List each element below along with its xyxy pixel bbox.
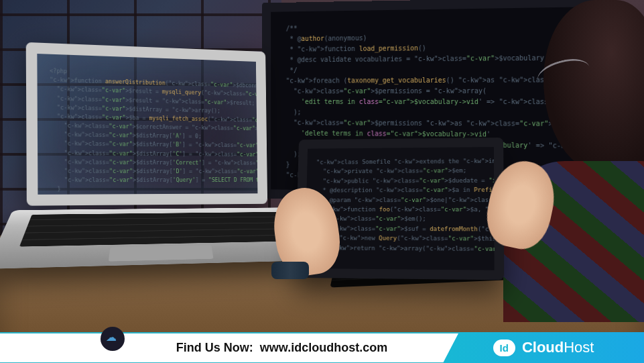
promo-banner: Find Us Now: www.idcloudhost.com Id Clou… [0,332,644,363]
laptop-trackpad [109,245,214,261]
laptop-screen: <?php"c-kw">function answerQistribution(… [26,42,267,206]
brand-name: CloudHost [522,339,594,356]
banner-brand[interactable]: Id CloudHost [443,332,644,363]
banner-left: Find Us Now: www.idcloudhost.com [0,332,459,363]
laptop-base [0,207,320,269]
website-url[interactable]: www.idcloudhost.com [260,341,387,355]
wrist-watch [271,262,309,279]
laptop: <?php"c-kw">function answerQistribution(… [26,42,293,315]
person-developer [483,0,644,322]
logo-badge: Id [493,340,515,356]
find-us-label: Find Us Now: [176,341,253,355]
photo-scene: /** * @author(anonymous) * "c-kw">functi… [0,0,644,363]
laptop-keyboard [19,212,292,247]
